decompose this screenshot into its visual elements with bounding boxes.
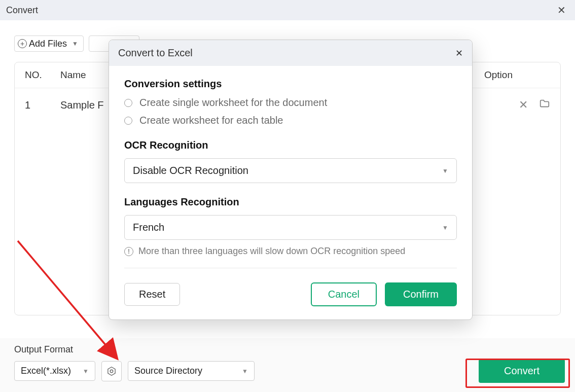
output-directory-value: Source Directory: [134, 366, 202, 376]
chevron-down-icon: ▼: [72, 40, 78, 47]
chevron-down-icon: ▼: [83, 368, 89, 375]
ocr-value: Disable OCR Recognition: [133, 165, 248, 176]
bottom-controls: Excel(*.xlsx) ▼ Source Directory ▼ Conve…: [14, 359, 565, 383]
radio-single-worksheet[interactable]: Create single worksheet for the document: [124, 97, 457, 109]
output-directory-select[interactable]: Source Directory ▼: [128, 361, 255, 381]
settings-button[interactable]: [101, 361, 122, 381]
radio-each-table[interactable]: Create worksheet for each table: [124, 115, 457, 126]
bottom-bar: Output Format Excel(*.xlsx) ▼ Source Dir…: [0, 338, 575, 392]
modal-footer: Reset Cancel Confirm: [109, 282, 472, 319]
ocr-title: OCR Recognition: [124, 139, 457, 151]
lang-select[interactable]: French ▼: [124, 215, 457, 240]
col-option-header: Option: [484, 69, 550, 81]
modal-close-icon[interactable]: ✕: [455, 48, 463, 59]
svg-marker-0: [108, 367, 115, 375]
radio-icon: [124, 117, 132, 125]
lang-hint: ! More than three languages will slow do…: [124, 246, 457, 257]
output-format-select[interactable]: Excel(*.xlsx) ▼: [14, 361, 95, 381]
gear-icon: [106, 366, 117, 377]
open-folder-icon[interactable]: [539, 98, 550, 112]
col-no-header: NO.: [25, 69, 60, 81]
conversion-settings-title: Conversion settings: [124, 78, 457, 90]
row-options: ✕: [484, 98, 550, 112]
reset-button[interactable]: Reset: [124, 283, 180, 306]
info-icon: !: [124, 247, 133, 256]
add-files-button[interactable]: + Add Files ▼: [14, 35, 84, 52]
row-no: 1: [25, 99, 60, 111]
output-format-value: Excel(*.xlsx): [21, 366, 71, 376]
lang-hint-text: More than three languages will slow down…: [138, 246, 405, 257]
output-format-label: Output Format: [14, 344, 565, 355]
modal-title: Convert to Excel: [118, 47, 193, 59]
lang-title: Languages Recognition: [124, 196, 457, 208]
cancel-button[interactable]: Cancel: [311, 282, 377, 306]
svg-point-1: [110, 370, 113, 373]
modal-body: Conversion settings Create single worksh…: [109, 66, 472, 282]
radio-single-label: Create single worksheet for the document: [139, 97, 327, 109]
remove-row-icon[interactable]: ✕: [519, 98, 528, 112]
radio-icon: [124, 99, 132, 107]
chevron-down-icon: ▼: [442, 224, 448, 231]
plus-circle-icon: +: [18, 39, 27, 48]
lang-value: French: [133, 222, 164, 233]
radio-each-label: Create worksheet for each table: [139, 115, 283, 126]
close-icon[interactable]: ✕: [554, 2, 569, 18]
chevron-down-icon: ▼: [442, 167, 448, 174]
convert-button[interactable]: Convert: [479, 359, 565, 383]
confirm-button[interactable]: Confirm: [385, 282, 457, 306]
chevron-down-icon: ▼: [242, 368, 248, 375]
ocr-select[interactable]: Disable OCR Recognition ▼: [124, 158, 457, 183]
app-header: Convert ✕: [0, 0, 575, 20]
add-files-label: Add Files: [29, 39, 67, 49]
modal-divider: [124, 268, 457, 268]
modal-header: Convert to Excel ✕: [109, 40, 472, 66]
convert-settings-modal: Convert to Excel ✕ Conversion settings C…: [109, 40, 473, 320]
app-title: Convert: [6, 5, 38, 16]
